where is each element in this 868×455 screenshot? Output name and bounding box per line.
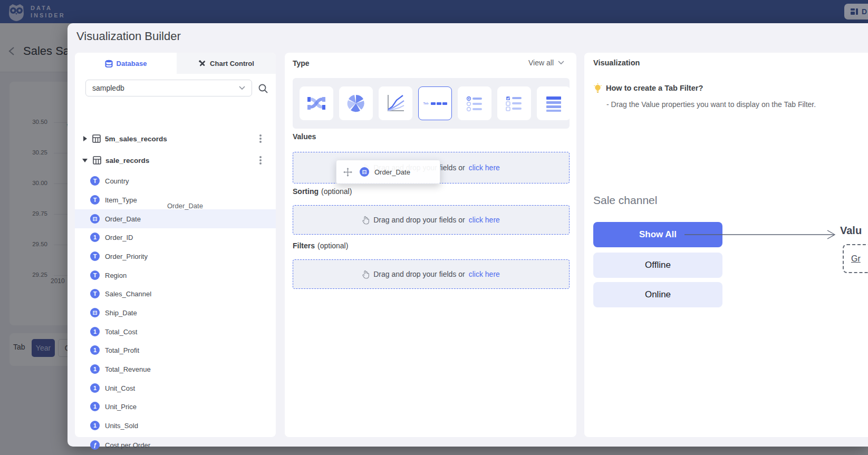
drag-hand-icon <box>362 216 370 225</box>
field-row-order-date[interactable]: ⊟ Order_Date <box>75 209 276 228</box>
type-card-radio-list[interactable] <box>458 86 491 120</box>
field-name: Cost per Order <box>105 441 150 449</box>
filters-dropzone[interactable]: Drag and drop your fields or click here <box>293 259 570 289</box>
click-here-link[interactable]: click here <box>469 216 500 224</box>
field-type-number-icon: 1 <box>90 233 100 242</box>
field-row-units-sold[interactable]: 1 Units_Sold <box>75 416 276 435</box>
database-panel: Database Chart Control sampledb <box>75 53 276 437</box>
pie-chart-icon <box>345 93 367 114</box>
table-icon <box>92 134 101 143</box>
expand-caret-icon[interactable] <box>83 136 87 141</box>
field-type-number-icon: 1 <box>90 383 100 393</box>
chart-type-strip: Tab <box>293 78 570 129</box>
drag-ghost-label: Order_Date <box>374 168 410 176</box>
type-card-tab-filter[interactable]: Tab <box>418 86 452 120</box>
field-type-text-icon: T <box>90 270 100 280</box>
type-card-line[interactable] <box>379 86 412 120</box>
field-name: Country <box>105 177 129 185</box>
annotation-group-box: Gr <box>843 244 868 273</box>
tip-title: How to create a Tab Filter? <box>606 84 703 92</box>
tab-chart-control[interactable]: Chart Control <box>177 53 276 74</box>
tree-table-sale-records[interactable]: sale_records <box>75 151 276 170</box>
type-card-checkbox-list[interactable] <box>497 86 531 120</box>
field-row-region[interactable]: T Region <box>75 266 276 285</box>
visualization-header: Visualization <box>593 59 640 67</box>
chevron-down-icon <box>558 61 564 65</box>
field-row-country[interactable]: T Country <box>75 171 276 190</box>
field-row-unit-cost[interactable]: 1 Unit_Cost <box>75 379 276 398</box>
visualization-builder-modal: Visualization Builder Database Chart Con… <box>67 23 868 447</box>
table-menu-icon[interactable] <box>259 138 262 140</box>
screen: Sales Sa 30.50 30.25 30.00 29.75 29.50 2… <box>0 0 868 455</box>
field-type-text-icon: T <box>90 176 100 186</box>
field-row-total-revenue[interactable]: 1 Total_Revenue <box>75 360 276 379</box>
line-chart-icon <box>385 93 406 114</box>
owl-logo-icon[interactable] <box>6 2 26 22</box>
dashboards-button[interactable]: D <box>844 4 868 20</box>
field-name: Total_Cost <box>105 328 137 336</box>
field-row-cost-per-order[interactable]: ƒ Cost per Order <box>75 435 276 454</box>
field-name: Units_Sold <box>105 422 138 430</box>
field-type-number-icon: 1 <box>90 345 100 355</box>
move-icon <box>343 168 352 177</box>
view-all-button[interactable]: View all <box>528 59 564 67</box>
field-row-total-cost[interactable]: 1 Total_Cost <box>75 322 276 341</box>
logo-text-line2: INSIDER <box>31 12 65 19</box>
chevron-down-icon <box>239 86 245 90</box>
visualization-panel: Visualization How to create a Tab Filter… <box>584 53 868 437</box>
field-type-date-icon: ⊟ <box>360 167 369 177</box>
field-type-date-icon: ⊟ <box>90 308 100 317</box>
dropzone-text: Drag and drop your fields or <box>373 270 465 278</box>
database-select[interactable]: sampledb <box>85 80 252 96</box>
field-row-order-priority[interactable]: T Order_Priority <box>75 247 276 266</box>
field-name: Order_Date <box>105 215 141 223</box>
field-name: Unit_Price <box>105 403 137 411</box>
sankey-chart-icon <box>306 93 327 114</box>
field-name: Sales_Channel <box>105 290 151 298</box>
sorting-optional-label: (optional) <box>321 187 352 196</box>
sorting-dropzone[interactable]: Drag and drop your fields or click here <box>293 205 570 235</box>
top-nav-bar: DATA INSIDER D <box>0 0 868 23</box>
online-button[interactable]: Online <box>593 282 722 307</box>
field-name: Region <box>105 272 127 279</box>
builder-panel: Type View all <box>285 53 576 437</box>
field-type-text-icon: T <box>90 289 100 298</box>
logo-text-line1: DATA <box>31 5 52 12</box>
modal-title: Visualization Builder <box>76 30 181 43</box>
type-card-table[interactable] <box>537 86 571 120</box>
field-name: Ship_Date <box>105 309 137 317</box>
drag-ghost-card[interactable]: ⊟ Order_Date <box>336 160 440 184</box>
field-name: Total_Revenue <box>105 365 151 373</box>
click-here-link[interactable]: click here <box>469 163 500 172</box>
database-select-value: sampledb <box>92 84 124 92</box>
field-row-unit-price[interactable]: 1 Unit_Price <box>75 397 276 416</box>
tab-database-label: Database <box>117 60 147 67</box>
field-row-sales-channel[interactable]: T Sales_Channel <box>75 284 276 303</box>
table-chart-icon <box>543 93 564 114</box>
table-menu-icon[interactable] <box>259 159 262 161</box>
type-card-sankey[interactable] <box>300 86 333 120</box>
collapse-caret-icon[interactable] <box>82 159 88 162</box>
tree-table-5m-sales-records[interactable]: 5m_sales_records <box>75 129 276 148</box>
field-row-total-profit[interactable]: 1 Total_Profit <box>75 341 276 360</box>
field-type-number-icon: 1 <box>90 421 100 430</box>
click-here-link[interactable]: click here <box>469 270 500 278</box>
tip-body: - Drag the Value properties you want to … <box>606 100 816 109</box>
annotation-group-label[interactable]: Gr <box>851 254 861 264</box>
tools-icon <box>198 60 206 67</box>
offline-button[interactable]: Offline <box>593 253 722 278</box>
field-name: Order_ID <box>105 234 133 241</box>
preview-title: Sale channel <box>593 194 657 207</box>
sorting-label: Sorting <box>293 187 319 196</box>
field-row-order-id[interactable]: 1 Order_ID <box>75 228 276 247</box>
field-type-number-icon: 1 <box>90 402 100 411</box>
dashboards-button-label: D <box>862 7 867 16</box>
field-row-ship-date[interactable]: ⊟ Ship_Date <box>75 303 276 322</box>
field-name: Order_Priority <box>105 253 148 260</box>
field-name: Item_Type <box>105 196 137 204</box>
tab-database[interactable]: Database <box>75 53 177 74</box>
type-card-pie[interactable] <box>339 86 373 120</box>
dashboard-icon <box>850 7 859 16</box>
field-name: Total_Profit <box>105 346 139 354</box>
search-icon[interactable] <box>258 83 268 94</box>
